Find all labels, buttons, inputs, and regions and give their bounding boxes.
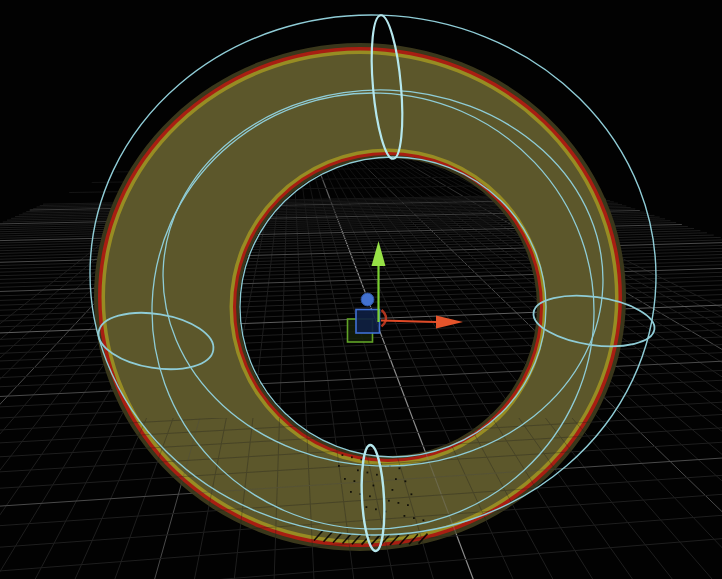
- zfight-dot: [373, 485, 375, 487]
- zfight-dot: [338, 465, 340, 467]
- zfight-dot: [395, 478, 397, 480]
- zfight-dot: [388, 500, 390, 502]
- zfight-dot: [407, 504, 409, 506]
- zfight-dot: [354, 480, 356, 482]
- zfight-dot: [357, 469, 359, 471]
- zfight-dot: [399, 467, 401, 469]
- zfight-dot: [404, 515, 406, 517]
- zfight-dot: [423, 519, 425, 521]
- zfight-dot: [344, 478, 346, 480]
- zfight-dot: [405, 480, 407, 482]
- zfight-dot: [351, 456, 353, 458]
- zfight-dot: [366, 506, 368, 508]
- zfight-dot: [392, 489, 394, 491]
- zfight-dot: [398, 502, 400, 504]
- zfight-dot: [411, 493, 413, 495]
- viewport-canvas[interactable]: [0, 0, 722, 579]
- zfight-dot: [413, 517, 415, 519]
- zfight-dot: [369, 495, 371, 497]
- viewport-3d[interactable]: [0, 0, 722, 579]
- zfight-dot: [367, 472, 369, 474]
- zfight-dot: [342, 454, 344, 456]
- zfight-dot: [375, 508, 377, 510]
- gizmo-z-axis-handle[interactable]: [361, 293, 374, 306]
- zfight-dot: [361, 459, 363, 461]
- gizmo-x-axis-line[interactable]: [381, 321, 436, 323]
- zfight-dot: [376, 474, 378, 476]
- gizmo-plane-xy[interactable]: [356, 310, 380, 334]
- zfight-dot: [350, 491, 352, 493]
